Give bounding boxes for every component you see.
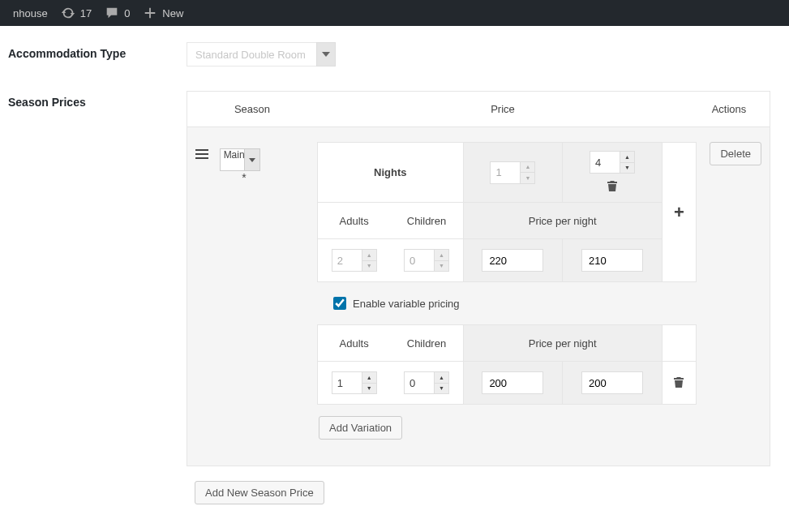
nights-label: Nights [318,143,464,203]
season-prices-label: Season Prices [8,91,187,504]
spinner: ▲▼ [362,250,376,271]
base-children-stepper: ▲▼ [404,249,449,272]
actions-column-header: Actions [688,103,770,115]
children-label: Children [390,203,462,238]
base-adults-input [332,250,362,271]
admin-bar: nhouse 17 0 New [0,0,789,26]
var-price-input-1[interactable] [482,371,543,394]
base-price-grid: Nights ▲▼ [317,142,697,282]
adminbar-comments-count: 0 [124,7,130,19]
base-price-input-2[interactable] [581,249,643,272]
var-adults-input[interactable] [332,372,362,393]
enable-variable-pricing-checkbox[interactable] [333,297,346,310]
season-select-value: Main S [220,148,260,171]
spinner: ▲▼ [520,162,534,183]
var-adults-label: Adults [318,325,390,361]
spinner: ▲▼ [434,250,448,271]
season-prices-table: Season Price Actions Main S [187,91,770,466]
accommodation-type-select[interactable]: Standard Double Room [187,42,336,66]
adminbar-updates[interactable]: 17 [54,0,98,26]
delete-season-button[interactable]: Delete [710,142,761,165]
adminbar-new[interactable]: New [136,0,190,26]
add-night-button[interactable]: + [662,143,696,282]
var-children-label: Children [390,325,462,361]
add-variation-button[interactable]: Add Variation [319,416,402,440]
nights-input-2[interactable] [590,152,620,173]
price-per-night-label: Price per night [463,203,662,239]
var-price-per-night-label: Price per night [463,325,662,362]
adults-label: Adults [318,203,390,238]
drag-handle-icon[interactable] [195,148,208,162]
refresh-icon [61,6,75,20]
nights-input-1 [491,162,520,183]
delete-variation-icon[interactable] [673,378,684,390]
price-column-header: Price [317,103,688,115]
comment-icon [105,6,119,20]
spinner[interactable]: ▲▼ [434,372,448,393]
var-adults-stepper[interactable]: ▲▼ [332,371,377,394]
season-column-header: Season [187,103,317,115]
add-new-season-price-button[interactable]: Add New Season Price [195,481,324,504]
var-children-stepper[interactable]: ▲▼ [404,371,449,394]
adminbar-new-label: New [162,7,183,19]
adminbar-comments[interactable]: 0 [98,0,136,26]
adminbar-site-link[interactable]: nhouse [6,0,54,26]
base-children-input [405,250,434,271]
delete-night-icon[interactable] [607,180,618,194]
var-price-input-2[interactable] [581,371,643,394]
nights-stepper-2[interactable]: ▲▼ [590,151,635,174]
adminbar-updates-count: 17 [80,7,92,19]
season-select[interactable]: Main S [220,148,260,171]
base-price-input-1[interactable] [482,249,543,272]
adminbar-site-name: nhouse [13,7,48,19]
variation-price-grid: Adults Children Price per night [317,324,697,405]
spinner[interactable]: ▲▼ [362,372,376,393]
var-children-input[interactable] [405,372,434,393]
spinner[interactable]: ▲▼ [620,152,634,173]
season-asterisk: * [215,171,273,184]
enable-variable-pricing-label: Enable variable pricing [353,298,460,310]
accommodation-type-label: Accommodation Type [8,42,187,66]
plus-icon [143,6,157,20]
nights-stepper-1: ▲▼ [490,161,535,184]
base-adults-stepper: ▲▼ [332,249,377,272]
